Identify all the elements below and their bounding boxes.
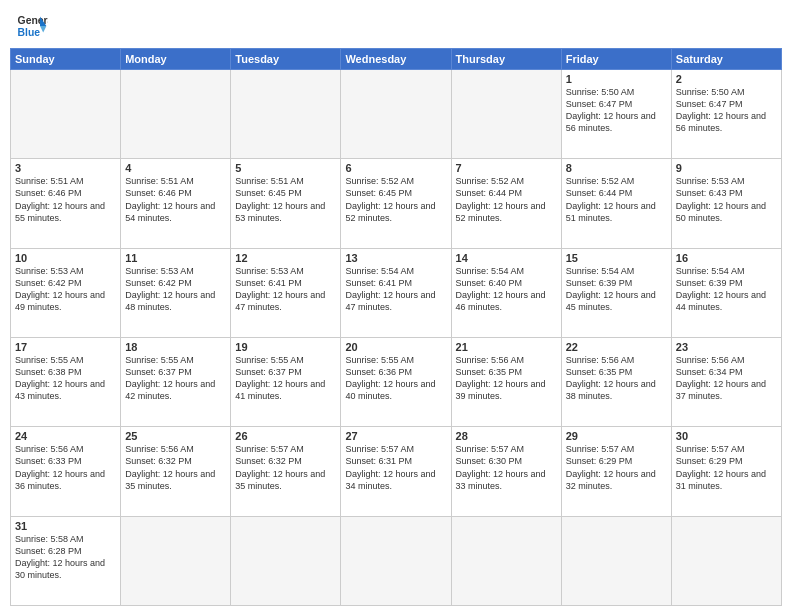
- day-cell: 18Sunrise: 5:55 AM Sunset: 6:37 PM Dayli…: [121, 337, 231, 426]
- day-info: Sunrise: 5:57 AM Sunset: 6:29 PM Dayligh…: [676, 443, 777, 492]
- day-info: Sunrise: 5:56 AM Sunset: 6:33 PM Dayligh…: [15, 443, 116, 492]
- col-header-monday: Monday: [121, 49, 231, 70]
- day-number: 11: [125, 252, 226, 264]
- week-row-1: 3Sunrise: 5:51 AM Sunset: 6:46 PM Daylig…: [11, 159, 782, 248]
- day-number: 9: [676, 162, 777, 174]
- day-cell: 11Sunrise: 5:53 AM Sunset: 6:42 PM Dayli…: [121, 248, 231, 337]
- col-header-sunday: Sunday: [11, 49, 121, 70]
- col-header-tuesday: Tuesday: [231, 49, 341, 70]
- page: General Blue SundayMondayTuesdayWednesda…: [0, 0, 792, 612]
- day-info: Sunrise: 5:57 AM Sunset: 6:31 PM Dayligh…: [345, 443, 446, 492]
- day-info: Sunrise: 5:56 AM Sunset: 6:32 PM Dayligh…: [125, 443, 226, 492]
- svg-text:Blue: Blue: [18, 27, 41, 38]
- day-info: Sunrise: 5:53 AM Sunset: 6:41 PM Dayligh…: [235, 265, 336, 314]
- day-cell: 30Sunrise: 5:57 AM Sunset: 6:29 PM Dayli…: [671, 427, 781, 516]
- day-cell: 3Sunrise: 5:51 AM Sunset: 6:46 PM Daylig…: [11, 159, 121, 248]
- day-cell: 17Sunrise: 5:55 AM Sunset: 6:38 PM Dayli…: [11, 337, 121, 426]
- day-number: 3: [15, 162, 116, 174]
- day-number: 18: [125, 341, 226, 353]
- day-cell: 25Sunrise: 5:56 AM Sunset: 6:32 PM Dayli…: [121, 427, 231, 516]
- day-info: Sunrise: 5:51 AM Sunset: 6:46 PM Dayligh…: [125, 175, 226, 224]
- day-number: 7: [456, 162, 557, 174]
- day-number: 27: [345, 430, 446, 442]
- day-number: 10: [15, 252, 116, 264]
- day-info: Sunrise: 5:53 AM Sunset: 6:42 PM Dayligh…: [125, 265, 226, 314]
- day-number: 19: [235, 341, 336, 353]
- day-info: Sunrise: 5:51 AM Sunset: 6:45 PM Dayligh…: [235, 175, 336, 224]
- day-number: 25: [125, 430, 226, 442]
- day-info: Sunrise: 5:51 AM Sunset: 6:46 PM Dayligh…: [15, 175, 116, 224]
- day-cell: 23Sunrise: 5:56 AM Sunset: 6:34 PM Dayli…: [671, 337, 781, 426]
- day-info: Sunrise: 5:58 AM Sunset: 6:28 PM Dayligh…: [15, 533, 116, 582]
- day-cell: 26Sunrise: 5:57 AM Sunset: 6:32 PM Dayli…: [231, 427, 341, 516]
- day-info: Sunrise: 5:50 AM Sunset: 6:47 PM Dayligh…: [676, 86, 777, 135]
- day-cell: [341, 70, 451, 159]
- day-cell: 27Sunrise: 5:57 AM Sunset: 6:31 PM Dayli…: [341, 427, 451, 516]
- day-cell: [451, 516, 561, 605]
- day-number: 1: [566, 73, 667, 85]
- day-number: 14: [456, 252, 557, 264]
- day-cell: 8Sunrise: 5:52 AM Sunset: 6:44 PM Daylig…: [561, 159, 671, 248]
- day-number: 2: [676, 73, 777, 85]
- day-cell: 6Sunrise: 5:52 AM Sunset: 6:45 PM Daylig…: [341, 159, 451, 248]
- day-info: Sunrise: 5:54 AM Sunset: 6:40 PM Dayligh…: [456, 265, 557, 314]
- day-cell: [11, 70, 121, 159]
- day-number: 22: [566, 341, 667, 353]
- day-cell: [341, 516, 451, 605]
- logo: General Blue: [16, 10, 48, 42]
- day-cell: 9Sunrise: 5:53 AM Sunset: 6:43 PM Daylig…: [671, 159, 781, 248]
- day-info: Sunrise: 5:52 AM Sunset: 6:45 PM Dayligh…: [345, 175, 446, 224]
- day-cell: [231, 516, 341, 605]
- day-info: Sunrise: 5:54 AM Sunset: 6:39 PM Dayligh…: [566, 265, 667, 314]
- week-row-4: 24Sunrise: 5:56 AM Sunset: 6:33 PM Dayli…: [11, 427, 782, 516]
- week-row-5: 31Sunrise: 5:58 AM Sunset: 6:28 PM Dayli…: [11, 516, 782, 605]
- week-row-0: 1Sunrise: 5:50 AM Sunset: 6:47 PM Daylig…: [11, 70, 782, 159]
- day-number: 30: [676, 430, 777, 442]
- day-info: Sunrise: 5:55 AM Sunset: 6:37 PM Dayligh…: [125, 354, 226, 403]
- day-number: 12: [235, 252, 336, 264]
- day-number: 20: [345, 341, 446, 353]
- day-info: Sunrise: 5:55 AM Sunset: 6:38 PM Dayligh…: [15, 354, 116, 403]
- day-cell: [451, 70, 561, 159]
- day-number: 17: [15, 341, 116, 353]
- day-cell: 14Sunrise: 5:54 AM Sunset: 6:40 PM Dayli…: [451, 248, 561, 337]
- day-cell: 28Sunrise: 5:57 AM Sunset: 6:30 PM Dayli…: [451, 427, 561, 516]
- day-cell: 2Sunrise: 5:50 AM Sunset: 6:47 PM Daylig…: [671, 70, 781, 159]
- day-cell: 21Sunrise: 5:56 AM Sunset: 6:35 PM Dayli…: [451, 337, 561, 426]
- calendar-wrapper: SundayMondayTuesdayWednesdayThursdayFrid…: [0, 48, 792, 612]
- day-number: 16: [676, 252, 777, 264]
- day-number: 28: [456, 430, 557, 442]
- day-number: 15: [566, 252, 667, 264]
- day-number: 5: [235, 162, 336, 174]
- day-info: Sunrise: 5:56 AM Sunset: 6:35 PM Dayligh…: [456, 354, 557, 403]
- col-header-wednesday: Wednesday: [341, 49, 451, 70]
- day-info: Sunrise: 5:55 AM Sunset: 6:36 PM Dayligh…: [345, 354, 446, 403]
- day-info: Sunrise: 5:56 AM Sunset: 6:34 PM Dayligh…: [676, 354, 777, 403]
- week-row-2: 10Sunrise: 5:53 AM Sunset: 6:42 PM Dayli…: [11, 248, 782, 337]
- day-number: 4: [125, 162, 226, 174]
- day-cell: 7Sunrise: 5:52 AM Sunset: 6:44 PM Daylig…: [451, 159, 561, 248]
- day-cell: 5Sunrise: 5:51 AM Sunset: 6:45 PM Daylig…: [231, 159, 341, 248]
- svg-marker-3: [40, 26, 46, 32]
- day-info: Sunrise: 5:54 AM Sunset: 6:39 PM Dayligh…: [676, 265, 777, 314]
- day-cell: [561, 516, 671, 605]
- day-number: 13: [345, 252, 446, 264]
- col-header-thursday: Thursday: [451, 49, 561, 70]
- day-info: Sunrise: 5:57 AM Sunset: 6:29 PM Dayligh…: [566, 443, 667, 492]
- day-cell: [671, 516, 781, 605]
- logo-icon: General Blue: [16, 10, 48, 42]
- calendar-table: SundayMondayTuesdayWednesdayThursdayFrid…: [10, 48, 782, 606]
- day-cell: 4Sunrise: 5:51 AM Sunset: 6:46 PM Daylig…: [121, 159, 231, 248]
- day-cell: 13Sunrise: 5:54 AM Sunset: 6:41 PM Dayli…: [341, 248, 451, 337]
- day-number: 26: [235, 430, 336, 442]
- day-cell: 24Sunrise: 5:56 AM Sunset: 6:33 PM Dayli…: [11, 427, 121, 516]
- col-header-friday: Friday: [561, 49, 671, 70]
- day-cell: [121, 70, 231, 159]
- day-number: 8: [566, 162, 667, 174]
- day-info: Sunrise: 5:53 AM Sunset: 6:42 PM Dayligh…: [15, 265, 116, 314]
- day-cell: 22Sunrise: 5:56 AM Sunset: 6:35 PM Dayli…: [561, 337, 671, 426]
- day-info: Sunrise: 5:56 AM Sunset: 6:35 PM Dayligh…: [566, 354, 667, 403]
- day-number: 6: [345, 162, 446, 174]
- day-cell: 29Sunrise: 5:57 AM Sunset: 6:29 PM Dayli…: [561, 427, 671, 516]
- day-number: 23: [676, 341, 777, 353]
